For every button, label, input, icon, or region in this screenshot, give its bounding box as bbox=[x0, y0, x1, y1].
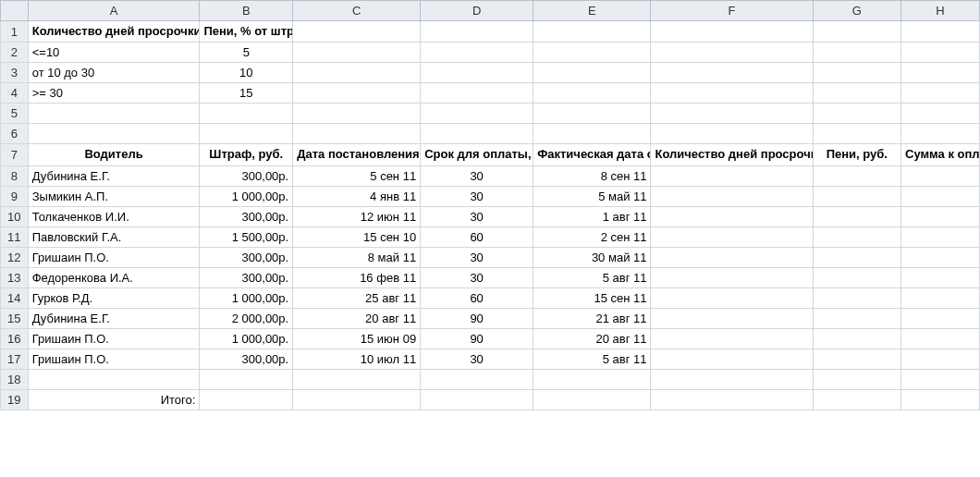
cell-G4[interactable] bbox=[813, 83, 901, 104]
cell-D12[interactable]: 30 bbox=[421, 247, 533, 267]
cell-G10[interactable] bbox=[813, 206, 901, 226]
cell-F18[interactable] bbox=[651, 369, 813, 389]
cell-A9[interactable]: Зымикин А.П. bbox=[28, 186, 200, 206]
cell-A3[interactable]: от 10 до 30 bbox=[28, 63, 200, 83]
cell-B16[interactable]: 1 000,00р. bbox=[200, 328, 293, 349]
cell-H11[interactable] bbox=[901, 226, 980, 247]
col-header-D[interactable]: D bbox=[421, 1, 533, 21]
cell-D18[interactable] bbox=[421, 369, 533, 389]
cell-F19[interactable] bbox=[651, 389, 813, 410]
row-header[interactable]: 17 bbox=[1, 349, 29, 369]
cell-C1[interactable] bbox=[293, 21, 421, 43]
cell-E12[interactable]: 30 май 11 bbox=[533, 247, 651, 267]
row-header[interactable]: 18 bbox=[1, 369, 29, 389]
cell-H3[interactable] bbox=[901, 63, 980, 83]
cell-H1[interactable] bbox=[901, 21, 980, 43]
cell-F11[interactable] bbox=[651, 226, 813, 247]
cell-A14[interactable]: Гурков Р.Д. bbox=[28, 287, 200, 308]
cell-F5[interactable] bbox=[651, 104, 813, 124]
cell-C7[interactable]: Дата постановления bbox=[293, 144, 421, 165]
row-header[interactable]: 7 bbox=[1, 144, 29, 165]
corner-cell[interactable] bbox=[1, 1, 29, 21]
cell-B8[interactable]: 300,00р. bbox=[200, 165, 293, 186]
cell-G9[interactable] bbox=[813, 186, 901, 206]
cell-B3[interactable]: 10 bbox=[200, 63, 293, 83]
cell-D5[interactable] bbox=[421, 104, 533, 124]
cell-E8[interactable]: 8 сен 11 bbox=[533, 165, 651, 186]
cell-A4[interactable]: >= 30 bbox=[28, 83, 200, 104]
cell-D16[interactable]: 90 bbox=[421, 328, 533, 349]
cell-G19[interactable] bbox=[813, 389, 901, 410]
cell-F13[interactable] bbox=[651, 267, 813, 287]
cell-H19[interactable] bbox=[901, 389, 980, 410]
cell-E15[interactable]: 21 авг 11 bbox=[533, 308, 651, 328]
cell-C12[interactable]: 8 май 11 bbox=[293, 247, 421, 267]
cell-E13[interactable]: 5 авг 11 bbox=[533, 267, 651, 287]
cell-F10[interactable] bbox=[651, 206, 813, 226]
row-header[interactable]: 12 bbox=[1, 247, 29, 267]
cell-F2[interactable] bbox=[651, 43, 813, 63]
cell-H5[interactable] bbox=[901, 104, 980, 124]
cell-G5[interactable] bbox=[813, 104, 901, 124]
cell-A2[interactable]: <=10 bbox=[28, 43, 200, 63]
cell-A11[interactable]: Павловский Г.А. bbox=[28, 226, 200, 247]
cell-B15[interactable]: 2 000,00р. bbox=[200, 308, 293, 328]
cell-G8[interactable] bbox=[813, 165, 901, 186]
cell-E11[interactable]: 2 сен 11 bbox=[533, 226, 651, 247]
cell-E18[interactable] bbox=[533, 369, 651, 389]
cell-E14[interactable]: 15 сен 11 bbox=[533, 287, 651, 308]
cell-G7[interactable]: Пени, руб. bbox=[813, 144, 901, 165]
cell-F17[interactable] bbox=[651, 349, 813, 369]
cell-B6[interactable] bbox=[200, 124, 293, 144]
cell-H4[interactable] bbox=[901, 83, 980, 104]
cell-D6[interactable] bbox=[421, 124, 533, 144]
cell-G17[interactable] bbox=[813, 349, 901, 369]
cell-E10[interactable]: 1 авг 11 bbox=[533, 206, 651, 226]
cell-B12[interactable]: 300,00р. bbox=[200, 247, 293, 267]
cell-D4[interactable] bbox=[421, 83, 533, 104]
cell-G3[interactable] bbox=[813, 63, 901, 83]
col-header-A[interactable]: A bbox=[28, 1, 200, 21]
row-header[interactable]: 9 bbox=[1, 186, 29, 206]
cell-C5[interactable] bbox=[293, 104, 421, 124]
cell-B4[interactable]: 15 bbox=[200, 83, 293, 104]
col-header-G[interactable]: G bbox=[813, 1, 901, 21]
cell-H17[interactable] bbox=[901, 349, 980, 369]
cell-G11[interactable] bbox=[813, 226, 901, 247]
row-header[interactable]: 5 bbox=[1, 104, 29, 124]
cell-E1[interactable] bbox=[533, 21, 651, 43]
cell-H12[interactable] bbox=[901, 247, 980, 267]
cell-F12[interactable] bbox=[651, 247, 813, 267]
cell-G12[interactable] bbox=[813, 247, 901, 267]
cell-D13[interactable]: 30 bbox=[421, 267, 533, 287]
cell-E6[interactable] bbox=[533, 124, 651, 144]
cell-B1[interactable]: Пени, % от штрафа bbox=[200, 21, 293, 43]
cell-H6[interactable] bbox=[901, 124, 980, 144]
cell-C19[interactable] bbox=[293, 389, 421, 410]
row-header[interactable]: 13 bbox=[1, 267, 29, 287]
cell-B5[interactable] bbox=[200, 104, 293, 124]
cell-F3[interactable] bbox=[651, 63, 813, 83]
cell-H2[interactable] bbox=[901, 43, 980, 63]
cell-E3[interactable] bbox=[533, 63, 651, 83]
col-header-H[interactable]: H bbox=[901, 1, 980, 21]
cell-A8[interactable]: Дубинина Е.Г. bbox=[28, 165, 200, 186]
cell-F9[interactable] bbox=[651, 186, 813, 206]
cell-C4[interactable] bbox=[293, 83, 421, 104]
cell-F8[interactable] bbox=[651, 165, 813, 186]
cell-C17[interactable]: 10 июл 11 bbox=[293, 349, 421, 369]
cell-D9[interactable]: 30 bbox=[421, 186, 533, 206]
cell-B9[interactable]: 1 000,00р. bbox=[200, 186, 293, 206]
cell-D10[interactable]: 30 bbox=[421, 206, 533, 226]
cell-A1[interactable]: Количество дней просрочки платежа bbox=[28, 21, 200, 43]
cell-A18[interactable] bbox=[28, 369, 200, 389]
cell-B19[interactable] bbox=[200, 389, 293, 410]
cell-C16[interactable]: 15 июн 09 bbox=[293, 328, 421, 349]
cell-B17[interactable]: 300,00р. bbox=[200, 349, 293, 369]
cell-C10[interactable]: 12 июн 11 bbox=[293, 206, 421, 226]
cell-A5[interactable] bbox=[28, 104, 200, 124]
cell-D15[interactable]: 90 bbox=[421, 308, 533, 328]
cell-B14[interactable]: 1 000,00р. bbox=[200, 287, 293, 308]
cell-E17[interactable]: 5 авг 11 bbox=[533, 349, 651, 369]
cell-C2[interactable] bbox=[293, 43, 421, 63]
